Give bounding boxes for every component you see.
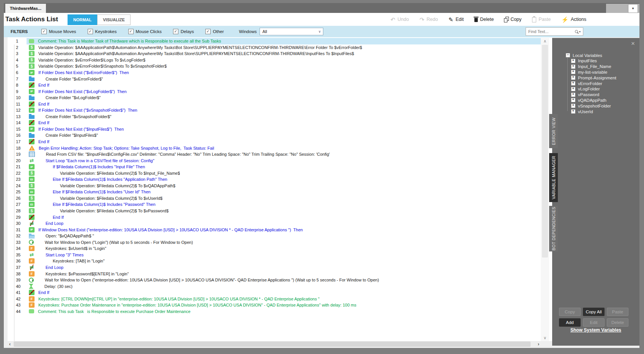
collapse-minus-icon[interactable]: − xyxy=(566,53,570,57)
windows-dropdown[interactable]: All ∨ xyxy=(260,28,323,35)
action-row[interactable]: 41End If xyxy=(8,289,541,296)
action-row[interactable]: 22Variable Operation: $Filedata Column(2… xyxy=(8,170,541,176)
copy-variable-button[interactable]: Copy xyxy=(559,308,581,316)
action-row[interactable]: 21If $Filedata Column(1)$ Includes "Inpu… xyxy=(8,164,541,170)
action-row[interactable]: 10Create Folder "$vLogFolder$" xyxy=(8,95,541,101)
action-row[interactable]: 16Create Folder "$InputFiles$" xyxy=(8,132,541,139)
vertical-scrollbar[interactable]: ∧ ∨ xyxy=(541,38,549,341)
add-variable-button[interactable]: Add xyxy=(559,318,581,327)
checkbox-icon[interactable]: ✓ xyxy=(128,29,134,34)
action-row[interactable]: 8End If xyxy=(8,82,541,88)
filter-checkbox-keystrokes[interactable]: ✓Keystrokes xyxy=(88,29,117,34)
visualize-view-button[interactable]: VISUALIZE xyxy=(97,14,130,25)
delete-button[interactable]: Delete xyxy=(474,17,494,22)
tree-root[interactable]: − Local Variables xyxy=(552,52,639,58)
variable-item-vSnapshotFolder[interactable]: +vSnapshotFolder xyxy=(552,103,639,109)
action-row[interactable]: 14End If xyxy=(8,120,541,126)
variable-item-Input_File_Name[interactable]: +Input_File_Name xyxy=(552,64,639,70)
horizontal-scrollbar-thumb[interactable] xyxy=(14,341,531,347)
action-row[interactable]: 2Variable Operation: $AAApplicationPath$… xyxy=(8,44,541,51)
expand-plus-icon[interactable]: + xyxy=(571,76,575,80)
redo-button[interactable]: ↷Redo xyxy=(419,17,438,22)
tab-error-view[interactable]: ERROR VIEW xyxy=(549,114,558,148)
find-text-input[interactable] xyxy=(526,29,573,34)
action-row[interactable]: 13Create Folder "$vSnapshotFolder$" xyxy=(8,114,541,120)
action-row[interactable]: 42Keystrokes: [CTRL DOWN]m[CTRL UP] in "… xyxy=(8,296,541,302)
expand-plus-icon[interactable]: + xyxy=(571,109,575,114)
show-system-variables-link[interactable]: Show System Variables xyxy=(552,327,639,333)
undo-button[interactable]: ↶Undo xyxy=(390,17,409,22)
scroll-right-arrow-icon[interactable]: › xyxy=(538,341,539,347)
action-row[interactable]: 37End Loop xyxy=(8,264,541,271)
vertical-scrollbar-thumb[interactable] xyxy=(542,45,548,258)
checkbox-icon[interactable]: ✓ xyxy=(173,29,178,34)
scroll-down-arrow-icon[interactable]: ∨ xyxy=(541,335,549,340)
expand-plus-icon[interactable]: + xyxy=(571,81,575,85)
copy-all-variable-button[interactable]: Copy All xyxy=(583,308,605,316)
action-row[interactable]: 39Wait for Window to Open ("enterprise-e… xyxy=(8,277,541,283)
horizontal-scrollbar[interactable]: ‹ › xyxy=(8,341,541,347)
action-row[interactable]: 4Variable Operation: $vErrorFolder$\Logs… xyxy=(8,57,541,63)
action-row[interactable]: 44Comment: This sub Task is Responsible … xyxy=(8,308,541,315)
actions-button[interactable]: ⚡Actions xyxy=(561,17,586,22)
tab-bot-dependencies[interactable]: BOT DEPENDENCIES xyxy=(549,206,558,251)
normal-view-button[interactable]: NORMAL xyxy=(68,14,97,25)
variable-item-vLogFolder[interactable]: +vLogFolder xyxy=(552,86,639,92)
search-button[interactable]: ▼ xyxy=(573,30,583,33)
action-row[interactable]: 3Variable Operation: $AAApplicationPath$… xyxy=(8,51,541,57)
expand-plus-icon[interactable]: + xyxy=(571,104,575,108)
action-row[interactable]: 43Keystrokes: Purchase Order Maintenance… xyxy=(8,302,541,308)
paste-button[interactable]: Paste xyxy=(532,16,551,22)
expand-plus-icon[interactable]: + xyxy=(571,70,575,74)
delete-variable-button[interactable]: Delete xyxy=(607,318,628,327)
action-row[interactable]: 18Begin Error Handling; Action: Stop Tas… xyxy=(8,145,541,151)
paste-variable-button[interactable]: Paste xyxy=(607,308,628,316)
scroll-left-arrow-icon[interactable]: ‹ xyxy=(9,341,11,347)
action-row[interactable]: 19Read From CSV file: "$InputFiles$\Conf… xyxy=(8,151,541,158)
expand-plus-icon[interactable]: + xyxy=(571,59,575,63)
action-row[interactable]: 31If Window Does Not Exist ("enterprise-… xyxy=(8,226,541,233)
action-row[interactable]: 6If Folder Does Not Exist ("$vErrorFolde… xyxy=(8,70,541,76)
variable-item-vQADAppPath[interactable]: +vQADAppPath xyxy=(552,98,639,103)
variable-item-vErrorFolder[interactable]: +vErrorFolder xyxy=(552,81,639,86)
action-row[interactable]: 11End If xyxy=(8,101,541,107)
checkbox-icon[interactable]: ✓ xyxy=(88,29,93,34)
variable-item-vUserId[interactable]: +vUserId xyxy=(552,109,639,114)
edit-variable-button[interactable]: Edit xyxy=(583,318,605,327)
expand-plus-icon[interactable]: + xyxy=(571,93,575,97)
action-row[interactable]: 29End If xyxy=(8,214,541,220)
filter-checkbox-mouse-clicks[interactable]: ✓Mouse Clicks xyxy=(128,29,162,34)
action-row[interactable]: 7Create Folder "$vErrorFolder$" xyxy=(8,76,541,82)
action-row[interactable]: 23Else If $Filedata Column(1)$ Includes … xyxy=(8,176,541,183)
action-row[interactable]: 28Variable Operation: $Filedata Column(2… xyxy=(8,208,541,214)
filter-checkbox-other[interactable]: ✓Other xyxy=(205,29,224,34)
variable-item-vPassword[interactable]: +vPassword xyxy=(552,92,639,98)
copy-button[interactable]: Copy xyxy=(504,17,521,22)
filter-checkbox-mouse-moves[interactable]: ✓Mouse Moves xyxy=(41,29,76,34)
action-row[interactable]: 32Open: "$vQADAppPath$ " xyxy=(8,233,541,239)
action-row[interactable]: 26Variable Operation: $Filedata Column(2… xyxy=(8,195,541,202)
action-row[interactable]: 40Delay: (30 sec) xyxy=(8,283,541,289)
expand-plus-icon[interactable]: + xyxy=(571,65,575,69)
action-row[interactable]: 38Keystrokes: $vPassword$[ENTER] in "Log… xyxy=(8,270,541,277)
tab-list-dropdown-button[interactable]: ▼ xyxy=(628,4,638,13)
expand-plus-icon[interactable]: + xyxy=(571,98,575,102)
variable-item-InputFiles[interactable]: +InputFiles xyxy=(552,58,639,64)
action-row[interactable]: 33Wait for Window to Open ("Login") (Wai… xyxy=(8,239,541,246)
close-icon[interactable]: × xyxy=(631,40,635,47)
checkbox-icon[interactable]: ✓ xyxy=(41,29,47,34)
action-row[interactable]: 27Else If $Filedata Column(1)$ Includes … xyxy=(8,201,541,208)
variable-item-my-list-variable[interactable]: +my-list-variable xyxy=(552,70,639,75)
action-row[interactable]: 24Variable Operation: $Filedata Column(2… xyxy=(8,183,541,189)
action-row[interactable]: 5Variable Operation: $vErrorFolder$\Snap… xyxy=(8,63,541,70)
action-row[interactable]: 15If Folder Does Not Exist ("$InputFiles… xyxy=(8,126,541,133)
action-row[interactable]: 17End If xyxy=(8,139,541,145)
action-row[interactable]: 36Keystrokes: [TAB] in "Login" xyxy=(8,258,541,264)
checkbox-icon[interactable]: ✓ xyxy=(205,29,211,34)
edit-button[interactable]: ✎Edit xyxy=(449,17,464,22)
action-row[interactable]: 34Keystrokes: $vUserId$ in "Login" xyxy=(8,245,541,252)
task-tab[interactable]: ThirdwareMas... xyxy=(5,4,46,13)
action-row[interactable]: 30End Loop xyxy=(8,220,541,227)
variable-item-Prompt-Assignment[interactable]: +Prompt-Assignment xyxy=(552,75,639,81)
action-row[interactable]: 25Else If $Filedata Column(1)$ Includes … xyxy=(8,189,541,195)
